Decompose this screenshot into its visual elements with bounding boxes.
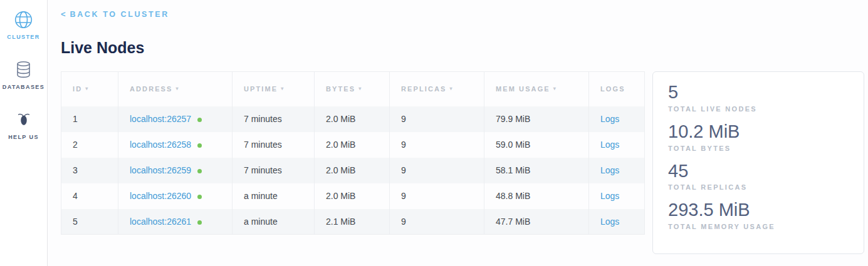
node-replicas-cell: 9 [390, 209, 484, 235]
node-id-cell: 2 [61, 132, 118, 158]
node-uptime-cell: 7 minutes [233, 106, 315, 132]
node-address-link[interactable]: localhost:26261 [130, 217, 191, 227]
table-header-row: ID▾ ADDRESS▾ UPTIME▾ BYTES▾ REPLICAS▾ ME… [61, 72, 645, 106]
node-uptime-cell: 7 minutes [233, 132, 315, 158]
stat-value: 5 [668, 81, 849, 103]
node-uptime-cell: 7 minutes [233, 158, 315, 183]
content-row: ID▾ ADDRESS▾ UPTIME▾ BYTES▾ REPLICAS▾ ME… [61, 71, 868, 254]
node-id-cell: 5 [61, 209, 118, 235]
stat-value: 10.2 MiB [668, 121, 849, 143]
column-header-bytes[interactable]: BYTES▾ [315, 72, 390, 106]
column-header-logs: LOGS [589, 72, 645, 106]
page-title: Live Nodes [61, 39, 868, 57]
node-address-link[interactable]: localhost:26258 [130, 140, 191, 150]
database-icon [14, 59, 33, 79]
node-id-cell: 4 [61, 183, 118, 209]
sort-arrow-icon: ▾ [176, 86, 180, 91]
column-header-address[interactable]: ADDRESS▾ [118, 72, 233, 106]
node-replicas-cell: 9 [390, 132, 484, 158]
node-logs-link[interactable]: Logs [600, 140, 619, 150]
stat-value: 293.5 MiB [668, 199, 849, 221]
stat-total-memory-usage: 293.5 MiB TOTAL MEMORY USAGE [668, 199, 849, 230]
node-address-link[interactable]: localhost:26259 [130, 165, 191, 175]
node-mem-usage-cell: 58.1 MiB [484, 158, 589, 183]
node-logs-cell: Logs [589, 183, 645, 209]
node-address-cell: localhost:26257 [118, 106, 233, 132]
live-status-icon [197, 143, 202, 148]
sort-arrow-icon: ▾ [553, 86, 557, 91]
stat-label: TOTAL LIVE NODES [668, 105, 849, 113]
stat-total-live-nodes: 5 TOTAL LIVE NODES [668, 81, 849, 113]
node-bytes-cell: 2.0 MiB [315, 183, 390, 209]
stat-label: TOTAL REPLICAS [668, 183, 849, 191]
node-mem-usage-cell: 79.9 MiB [484, 106, 589, 132]
node-address-link[interactable]: localhost:26257 [130, 114, 191, 124]
node-uptime-cell: a minute [233, 209, 315, 235]
live-status-icon [197, 220, 202, 225]
cluster-summary-card: 5 TOTAL LIVE NODES 10.2 MiB TOTAL BYTES … [652, 71, 864, 254]
sidebar-item-cluster[interactable]: CLUSTER [7, 9, 39, 40]
node-replicas-cell: 9 [390, 106, 484, 132]
sort-arrow-icon: ▾ [449, 86, 453, 91]
sidebar: CLUSTER DATABASES HELP US [0, 0, 48, 266]
live-status-icon [197, 195, 202, 199]
node-uptime-cell: a minute [233, 183, 315, 209]
node-mem-usage-cell: 47.7 MiB [484, 209, 589, 235]
column-header-mem-usage[interactable]: MEM USAGE▾ [484, 72, 589, 106]
node-address-cell: localhost:26258 [118, 132, 233, 158]
column-header-replicas[interactable]: REPLICAS▾ [390, 72, 484, 106]
node-address-cell: localhost:26259 [118, 158, 233, 183]
node-mem-usage-cell: 48.8 MiB [484, 183, 589, 209]
node-logs-cell: Logs [589, 106, 645, 132]
stat-total-replicas: 45 TOTAL REPLICAS [668, 160, 849, 192]
table-row: 3 localhost:26259 7 minutes 2.0 MiB 9 58… [61, 158, 645, 183]
node-logs-link[interactable]: Logs [600, 114, 619, 124]
node-bytes-cell: 2.0 MiB [315, 106, 390, 132]
node-bytes-cell: 2.0 MiB [315, 158, 390, 183]
sort-arrow-icon: ▾ [358, 86, 362, 91]
node-logs-cell: Logs [589, 132, 645, 158]
sidebar-item-databases[interactable]: DATABASES [3, 59, 44, 90]
bug-icon [16, 110, 32, 130]
node-id-cell: 3 [61, 158, 118, 183]
back-to-cluster-link[interactable]: < BACK TO CLUSTER [61, 9, 169, 19]
stat-label: TOTAL MEMORY USAGE [668, 223, 849, 230]
node-mem-usage-cell: 59.0 MiB [484, 132, 589, 158]
sidebar-item-help-us[interactable]: HELP US [8, 110, 39, 140]
live-status-icon [197, 169, 202, 173]
sort-arrow-icon: ▾ [85, 86, 89, 91]
node-replicas-cell: 9 [390, 158, 484, 183]
node-logs-link[interactable]: Logs [600, 217, 619, 227]
main-content: < BACK TO CLUSTER Live Nodes ID▾ ADDRESS… [48, 0, 868, 266]
stat-label: TOTAL BYTES [668, 145, 849, 152]
sidebar-item-label: HELP US [8, 134, 39, 140]
table-row: 5 localhost:26261 a minute 2.1 MiB 9 47.… [61, 209, 645, 235]
node-bytes-cell: 2.1 MiB [315, 209, 390, 235]
sidebar-item-label: DATABASES [3, 84, 44, 90]
node-address-cell: localhost:26261 [118, 209, 233, 235]
node-logs-link[interactable]: Logs [600, 191, 619, 201]
node-replicas-cell: 9 [390, 183, 484, 209]
live-nodes-table: ID▾ ADDRESS▾ UPTIME▾ BYTES▾ REPLICAS▾ ME… [61, 71, 645, 235]
node-logs-link[interactable]: Logs [600, 165, 619, 175]
live-status-icon [197, 118, 202, 122]
stat-total-bytes: 10.2 MiB TOTAL BYTES [668, 121, 849, 152]
column-header-uptime[interactable]: UPTIME▾ [233, 72, 315, 106]
back-link-label: BACK TO CLUSTER [70, 10, 169, 19]
table-row: 4 localhost:26260 a minute 2.0 MiB 9 48.… [61, 183, 645, 209]
node-address-link[interactable]: localhost:26260 [130, 191, 191, 201]
node-logs-cell: Logs [589, 209, 645, 235]
sidebar-item-label: CLUSTER [7, 34, 39, 40]
column-header-id[interactable]: ID▾ [61, 72, 118, 106]
node-address-cell: localhost:26260 [118, 183, 233, 209]
node-id-cell: 1 [61, 106, 118, 132]
node-logs-cell: Logs [589, 158, 645, 183]
globe-icon [14, 9, 33, 29]
stat-value: 45 [668, 160, 849, 182]
table-row: 2 localhost:26258 7 minutes 2.0 MiB 9 59… [61, 132, 645, 158]
back-chevron-icon: < [61, 9, 66, 19]
table-row: 1 localhost:26257 7 minutes 2.0 MiB 9 79… [61, 106, 645, 132]
node-bytes-cell: 2.0 MiB [315, 132, 390, 158]
sort-arrow-icon: ▾ [281, 86, 285, 91]
